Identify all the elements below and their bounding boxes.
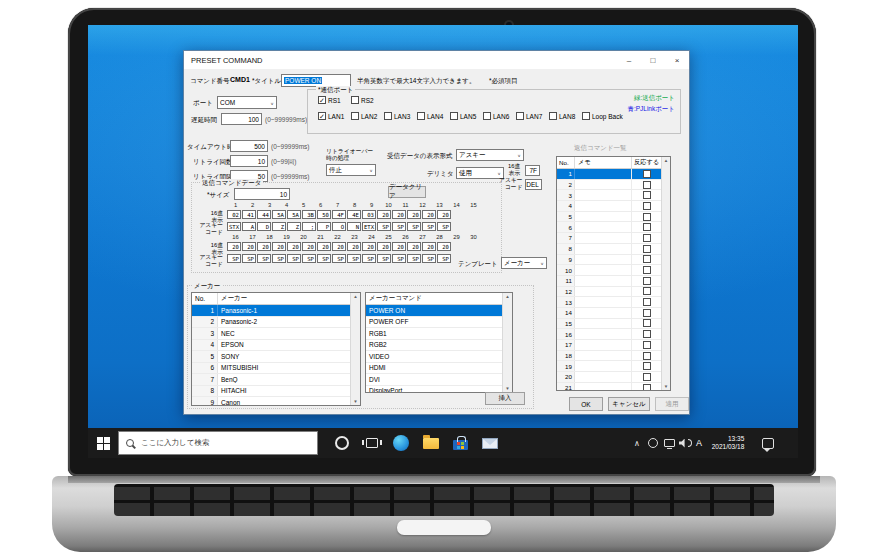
insert-button[interactable]: 挿入 [485, 392, 525, 405]
grid-cell[interactable]: SP [422, 254, 436, 263]
maker-row[interactable]: 2Panasonic-2 [192, 317, 350, 329]
checkbox-lan8[interactable]: LAN8 [549, 112, 575, 120]
retry-over-dropdown[interactable]: 停止 ∨ [326, 164, 376, 176]
reply-row-checkbox[interactable] [643, 170, 651, 178]
grid-cell[interactable]: 5A [272, 210, 286, 219]
reply-command-table[interactable]: No. メモ 反応する 1234567891011121314151617181… [556, 156, 671, 391]
maker-row[interactable]: 5SONY [192, 351, 350, 363]
grid-cell[interactable]: SP [227, 254, 241, 263]
grid-cell[interactable]: SP [422, 222, 436, 231]
maker-row[interactable]: 6MITSUBISHI [192, 363, 350, 375]
reply-row[interactable]: 7 [557, 233, 661, 244]
checkbox-lan2[interactable]: LAN2 [351, 112, 377, 120]
reply-row-checkbox[interactable] [643, 277, 651, 285]
store-button[interactable] [447, 428, 473, 458]
grid-cell[interactable]: STX [227, 222, 241, 231]
grid-cell[interactable]: 20 [362, 242, 376, 251]
reply-row-checkbox[interactable] [643, 255, 651, 263]
maker-list[interactable]: No. メーカー 1Panasonic-12Panasonic-23NEC4EP… [191, 292, 361, 406]
grid-cell[interactable]: SP [257, 254, 271, 263]
reply-row[interactable]: 10 [557, 265, 661, 276]
network-button[interactable] [660, 428, 678, 458]
maker-row[interactable]: 3NEC [192, 328, 350, 340]
delay-input[interactable]: 100 [221, 113, 262, 125]
checkbox-box[interactable] [582, 112, 590, 120]
reply-row[interactable]: 4 [557, 201, 661, 212]
reply-row[interactable]: 15 [557, 319, 661, 330]
grid-cell[interactable]: SP [407, 222, 421, 231]
grid-cell[interactable]: SP [317, 254, 331, 263]
grid-cell[interactable]: SP [242, 254, 256, 263]
reply-row-checkbox[interactable] [643, 202, 651, 210]
checkbox-rs2[interactable]: RS2 [351, 96, 374, 104]
maker-command-row[interactable]: RGB1 [366, 328, 502, 340]
ok-button[interactable]: OK [569, 397, 603, 411]
grid-cell[interactable]: N [347, 222, 361, 231]
maker-row[interactable]: 9Canon [192, 397, 350, 405]
checkbox-box[interactable]: ✓ [318, 96, 326, 104]
checkbox-box[interactable] [351, 96, 359, 104]
reply-row-checkbox[interactable] [643, 213, 651, 221]
grid-cell[interactable]: Z [272, 222, 286, 231]
grid-cell[interactable]: 20 [332, 242, 346, 251]
grid-cell[interactable]: SP [392, 254, 406, 263]
data-clear-button[interactable]: データクリア [388, 186, 426, 198]
grid-cell[interactable]: SP [392, 222, 406, 231]
action-center-button[interactable] [756, 428, 780, 458]
reply-row-checkbox[interactable] [643, 373, 651, 381]
grid-cell[interactable]: 20 [437, 210, 451, 219]
grid-cell[interactable]: 20 [317, 242, 331, 251]
reply-row[interactable]: 16 [557, 329, 661, 340]
maximize-button[interactable]: □ [641, 51, 665, 69]
maker-command-row[interactable]: DVI [366, 374, 502, 386]
checkbox-lan1[interactable]: ✓LAN1 [318, 112, 344, 120]
grid-cell[interactable]: SP [347, 254, 361, 263]
grid-cell[interactable]: SP [407, 254, 421, 263]
retry-count-input[interactable]: 10 [230, 155, 268, 167]
grid-cell[interactable]: 20 [272, 242, 286, 251]
reply-row[interactable]: 6 [557, 222, 661, 233]
grid-cell[interactable]: 20 [302, 242, 316, 251]
grid-cell[interactable]: 20 [407, 210, 421, 219]
reply-row[interactable]: 19 [557, 361, 661, 372]
scroll-down-icon[interactable]: ▼ [664, 383, 668, 390]
grid-cell[interactable]: 03 [362, 210, 376, 219]
grid-cell[interactable]: 4F [332, 210, 346, 219]
grid-cell[interactable]: SP [302, 254, 316, 263]
checkbox-box[interactable]: ✓ [318, 112, 326, 120]
maker-row[interactable]: 8HITACHI [192, 386, 350, 398]
maker-command-row[interactable]: HDMI [366, 363, 502, 375]
maker-command-row[interactable]: DisplayPort [366, 386, 502, 393]
tray-app-button[interactable] [645, 428, 661, 458]
maker-row[interactable]: 1Panasonic-1 [192, 305, 350, 317]
close-button[interactable]: × [665, 51, 689, 69]
scroll-down-icon[interactable]: ▼ [353, 398, 357, 405]
reply-row[interactable]: 2 [557, 180, 661, 191]
checkbox-box[interactable] [417, 112, 425, 120]
grid-cell[interactable]: 4E [347, 210, 361, 219]
grid-cell[interactable]: 20 [392, 242, 406, 251]
reply-row-checkbox[interactable] [643, 234, 651, 242]
reply-row[interactable]: 14 [557, 308, 661, 319]
checkbox-box[interactable] [450, 112, 458, 120]
reply-table-scrollbar[interactable]: ▲ ▼ [661, 157, 670, 390]
grid-cell[interactable]: ETX [362, 222, 376, 231]
delimiter-hex-input[interactable]: 7F [525, 165, 540, 176]
grid-cell[interactable]: P [317, 222, 331, 231]
grid-cell[interactable]: SP [437, 254, 451, 263]
grid-cell[interactable]: 20 [437, 242, 451, 251]
recv-format-dropdown[interactable]: アスキー ∨ [456, 149, 524, 161]
scroll-up-icon[interactable]: ▲ [664, 157, 668, 164]
reply-row[interactable]: 17 [557, 340, 661, 351]
reply-row[interactable]: 5 [557, 212, 661, 223]
grid-cell[interactable]: 20 [242, 242, 256, 251]
reply-row-checkbox[interactable] [643, 341, 651, 349]
reply-row-checkbox[interactable] [643, 223, 651, 231]
reply-row-checkbox[interactable] [643, 362, 651, 370]
checkbox-rs1[interactable]: ✓RS1 [318, 96, 341, 104]
grid-cell[interactable]: D [257, 222, 271, 231]
maker-command-scrollbar[interactable]: ▲ ▼ [502, 293, 512, 392]
checkbox-loop-back[interactable]: Loop Back [582, 112, 623, 120]
scroll-down-icon[interactable]: ▼ [505, 385, 509, 392]
scroll-up-icon[interactable]: ▲ [505, 293, 509, 300]
